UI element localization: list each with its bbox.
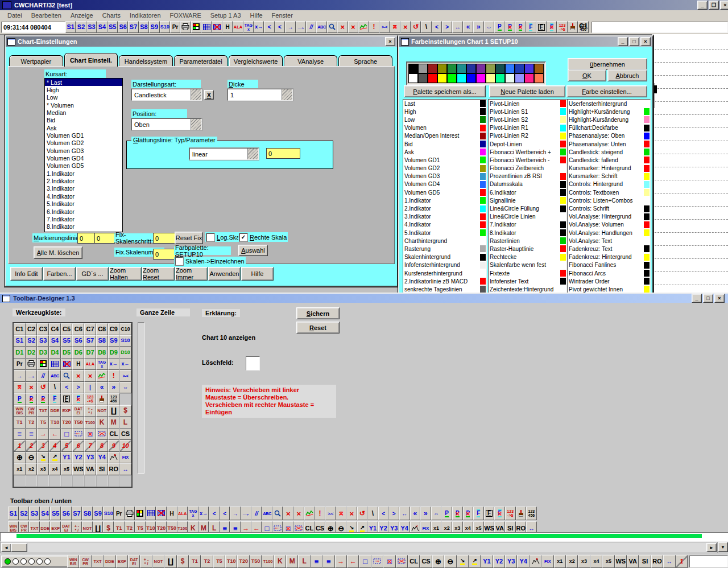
tb-math-button[interactable]: + - * / [140,555,152,568]
tab-sprache[interactable]: Sprache [338,55,392,67]
info-edit-button[interactable]: Info Edit [10,267,43,281]
tb-left-1-button[interactable]: < [209,507,220,520]
tb-line-tool-button[interactable]: \ [367,507,378,520]
color-list-item[interactable]: Highlight+Kursänderung [568,108,650,116]
tb-t1-button[interactable]: T1 [14,417,26,429]
tb-s10-button[interactable]: S10 [119,335,131,347]
tb-left-2-button[interactable]: < [275,21,285,33]
palette-color[interactable] [466,64,476,73]
tb-f-box-button[interactable]: F [484,507,495,520]
tb-y1-button[interactable]: Y1 [481,555,493,568]
tb-chart[interactable] [358,21,369,33]
tb-h-arrow-button[interactable]: ↔ [399,507,410,520]
kursart-item[interactable]: 1.Indikator [45,170,122,177]
color-list-item[interactable]: Wintrader Order [568,277,650,285]
kursart-item[interactable]: Bid [45,117,122,124]
color-list-item[interactable]: Phasenanalyse: Oben [568,132,650,140]
color-list-item[interactable]: Füllchart:Deckfarbe [568,124,650,132]
restore-button[interactable]: ❐ [709,1,719,10]
color-list-item[interactable]: Infofenster Text [489,277,566,285]
tb-s2-button[interactable]: S2 [19,507,30,520]
tb-cl-button[interactable]: CL [108,429,120,441]
scroll-down-icon[interactable]: ▼ [718,542,728,552]
color-list-item[interactable]: 8.Indikator [489,229,566,237]
color-list-item[interactable]: Fibonacci Zeitbereich [489,164,566,172]
tab-vanalyse[interactable]: VAnalyse [284,55,338,67]
menu-bearbeiten[interactable]: Bearbeiten [27,11,65,20]
tb-ro-button[interactable]: RO [108,463,120,475]
tb-left-3-button[interactable]: < [378,507,389,520]
tb-d6-button[interactable]: D6 [72,347,84,359]
reset-fix-button[interactable]: Reset Fix [175,232,203,244]
kursart-item[interactable]: 6.Indikator [45,208,122,215]
kursart-item[interactable]: 4.Indikator [45,192,122,200]
color-list-item[interactable]: Vol.Analyse: Text [568,237,650,245]
tb-s10-button[interactable]: S10 [103,507,114,520]
kursart-item[interactable]: * Last [45,79,122,86]
color-list-item[interactable]: Ask [403,148,486,156]
tb-trend-down-button[interactable]: ↘ [457,555,469,568]
color-list-item[interactable]: Raster-Hauptlinie [489,245,566,253]
color-list-item[interactable]: Phasenanalyse: Unten [568,140,650,148]
tab-parameterdatei[interactable]: Parameterdatei [174,55,228,67]
color-list-item[interactable]: Infofensterhintergrund [403,261,486,269]
tb-x4-button[interactable]: x4 [49,463,61,475]
tb-ws-button[interactable]: WS [72,463,84,475]
hilfe-button[interactable]: Hilfe [241,267,274,281]
tb-arrow-right-long-button[interactable]: → [241,507,251,520]
zoom-reset-button[interactable]: Zoom Reset [142,267,175,281]
palette-speichern-button[interactable]: Palette speichern als... [404,85,486,97]
color-list-item[interactable]: Kursfensterhintergrund [403,269,486,277]
tb-zoom[interactable] [272,507,283,520]
tb-brush[interactable] [96,393,108,405]
markierung-input-2[interactable]: 0 [94,233,115,244]
tb-dde-button[interactable]: DDE [49,405,61,417]
tb-dde-button[interactable]: DDE [104,555,115,568]
darstellungsart-combo[interactable]: Candlestick [131,89,202,101]
tb-colors[interactable] [191,21,201,33]
tb-lines-a-button[interactable]: ≡ [14,429,26,441]
tb-next-button[interactable]: » [420,507,431,520]
tb-bar-button[interactable]: | [84,382,96,394]
tb-1-button[interactable]: 1 [14,440,26,452]
tb-h-button[interactable]: H [167,507,177,520]
tb-grid-off[interactable] [212,21,222,33]
tb-t20-button[interactable]: T20 [237,555,249,568]
palette-color[interactable] [418,64,428,73]
tb-s8-button[interactable]: S8 [139,21,149,33]
tb-mountain[interactable] [530,555,541,568]
tb-rect-off-button[interactable]: □× [383,555,395,568]
color-list-item[interactable]: Pivot-Linien R2 [489,132,566,140]
farbe-einstellen-button[interactable]: Farbe einstellen... [566,85,647,97]
tb-f-lines-button[interactable]: F [526,21,536,33]
tb-tag-button[interactable]: TAG x [96,359,108,371]
tb-right-1-button[interactable]: > [388,507,399,520]
tb-cs-button[interactable]: CS [420,555,432,568]
menu-foxware[interactable]: FOXWARE [166,11,205,20]
tb-arrow-right-button[interactable]: → [285,21,295,33]
color-list-item[interactable]: Controls: Hintergrund [568,180,650,188]
kursart-item[interactable]: Volumen GD5 [45,162,122,170]
tb-numbers-button[interactable]: 123 456 [108,393,120,405]
farben--button[interactable]: Farben... [43,267,76,281]
color-list-item[interactable]: Volumen GD3 [403,172,486,180]
tb-rect-off-button[interactable]: □× [84,429,96,441]
tb-p-line-off-button[interactable]: P× [452,507,463,520]
tb-print[interactable] [180,21,191,33]
tb-h-button[interactable]: H [72,359,84,371]
color-list-item[interactable]: Datumsskala [489,180,566,188]
tb-t10-button[interactable]: T10 [225,555,237,568]
tab-wertpapier[interactable]: Wertpapier [9,55,63,67]
tb-2-button[interactable]: 2 [26,440,38,452]
tb-p-line-off-2-button[interactable]: P× [515,21,526,33]
tb-text-tool-button[interactable]: ABC [262,507,272,520]
tb-x-right-button[interactable]: x→ [108,359,120,371]
tb-s2-button[interactable]: S2 [76,21,86,33]
tb-alert-button[interactable]: ! [369,21,379,33]
palette-color[interactable] [447,73,457,83]
tb-exp-button[interactable]: EXP [116,555,128,568]
color-list-item[interactable]: 2.Indikator [403,204,486,212]
minimize-icon[interactable]: _ [692,294,702,303]
palette-color[interactable] [447,64,457,73]
skalen-einzeichnen-checkbox[interactable] [175,257,183,265]
